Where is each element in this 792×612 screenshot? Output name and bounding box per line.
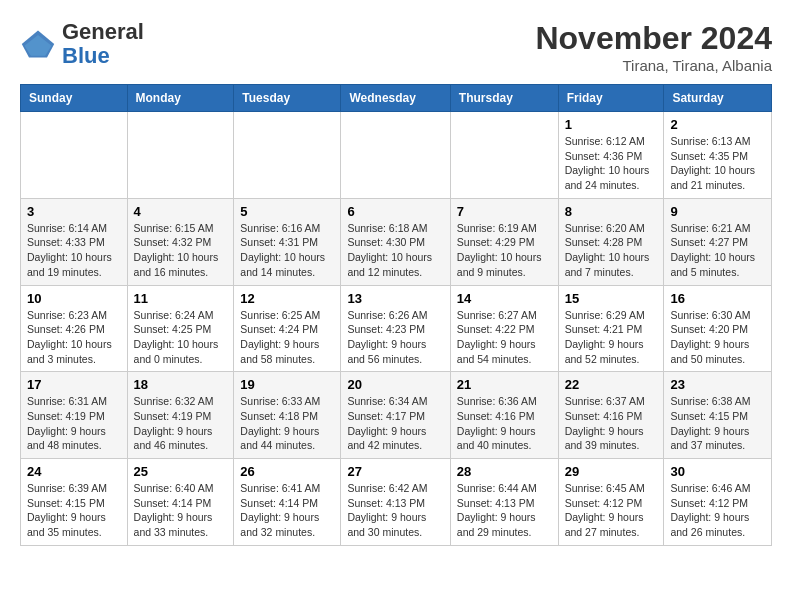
calendar-cell: 9Sunrise: 6:21 AM Sunset: 4:27 PM Daylig… (664, 198, 772, 285)
col-header-saturday: Saturday (664, 85, 772, 112)
month-title: November 2024 (535, 20, 772, 57)
day-number: 23 (670, 377, 765, 392)
day-info: Sunrise: 6:33 AM Sunset: 4:18 PM Dayligh… (240, 394, 334, 453)
calendar-week-row: 1Sunrise: 6:12 AM Sunset: 4:36 PM Daylig… (21, 112, 772, 199)
calendar-cell: 26Sunrise: 6:41 AM Sunset: 4:14 PM Dayli… (234, 459, 341, 546)
title-area: November 2024 Tirana, Tirana, Albania (535, 20, 772, 74)
calendar-cell: 16Sunrise: 6:30 AM Sunset: 4:20 PM Dayli… (664, 285, 772, 372)
calendar-cell: 18Sunrise: 6:32 AM Sunset: 4:19 PM Dayli… (127, 372, 234, 459)
col-header-thursday: Thursday (450, 85, 558, 112)
calendar-cell: 11Sunrise: 6:24 AM Sunset: 4:25 PM Dayli… (127, 285, 234, 372)
calendar-cell: 21Sunrise: 6:36 AM Sunset: 4:16 PM Dayli… (450, 372, 558, 459)
day-number: 20 (347, 377, 443, 392)
col-header-wednesday: Wednesday (341, 85, 450, 112)
day-info: Sunrise: 6:41 AM Sunset: 4:14 PM Dayligh… (240, 481, 334, 540)
day-number: 1 (565, 117, 658, 132)
calendar-cell: 2Sunrise: 6:13 AM Sunset: 4:35 PM Daylig… (664, 112, 772, 199)
day-info: Sunrise: 6:34 AM Sunset: 4:17 PM Dayligh… (347, 394, 443, 453)
calendar-cell: 10Sunrise: 6:23 AM Sunset: 4:26 PM Dayli… (21, 285, 128, 372)
day-info: Sunrise: 6:39 AM Sunset: 4:15 PM Dayligh… (27, 481, 121, 540)
calendar-cell: 23Sunrise: 6:38 AM Sunset: 4:15 PM Dayli… (664, 372, 772, 459)
day-info: Sunrise: 6:23 AM Sunset: 4:26 PM Dayligh… (27, 308, 121, 367)
calendar-cell: 28Sunrise: 6:44 AM Sunset: 4:13 PM Dayli… (450, 459, 558, 546)
col-header-friday: Friday (558, 85, 664, 112)
day-number: 14 (457, 291, 552, 306)
day-info: Sunrise: 6:37 AM Sunset: 4:16 PM Dayligh… (565, 394, 658, 453)
day-number: 11 (134, 291, 228, 306)
calendar-cell: 29Sunrise: 6:45 AM Sunset: 4:12 PM Dayli… (558, 459, 664, 546)
calendar-cell: 30Sunrise: 6:46 AM Sunset: 4:12 PM Dayli… (664, 459, 772, 546)
col-header-sunday: Sunday (21, 85, 128, 112)
day-number: 9 (670, 204, 765, 219)
day-number: 28 (457, 464, 552, 479)
calendar-cell (21, 112, 128, 199)
location: Tirana, Tirana, Albania (535, 57, 772, 74)
day-number: 17 (27, 377, 121, 392)
logo: General Blue (20, 20, 144, 68)
day-info: Sunrise: 6:14 AM Sunset: 4:33 PM Dayligh… (27, 221, 121, 280)
day-number: 5 (240, 204, 334, 219)
calendar-cell: 25Sunrise: 6:40 AM Sunset: 4:14 PM Dayli… (127, 459, 234, 546)
day-number: 30 (670, 464, 765, 479)
day-info: Sunrise: 6:40 AM Sunset: 4:14 PM Dayligh… (134, 481, 228, 540)
day-number: 16 (670, 291, 765, 306)
day-info: Sunrise: 6:30 AM Sunset: 4:20 PM Dayligh… (670, 308, 765, 367)
calendar-cell: 22Sunrise: 6:37 AM Sunset: 4:16 PM Dayli… (558, 372, 664, 459)
day-info: Sunrise: 6:31 AM Sunset: 4:19 PM Dayligh… (27, 394, 121, 453)
day-number: 18 (134, 377, 228, 392)
col-header-monday: Monday (127, 85, 234, 112)
day-number: 21 (457, 377, 552, 392)
logo-icon (20, 26, 56, 62)
day-number: 3 (27, 204, 121, 219)
calendar-cell (127, 112, 234, 199)
day-info: Sunrise: 6:32 AM Sunset: 4:19 PM Dayligh… (134, 394, 228, 453)
day-number: 8 (565, 204, 658, 219)
day-number: 6 (347, 204, 443, 219)
calendar-cell: 24Sunrise: 6:39 AM Sunset: 4:15 PM Dayli… (21, 459, 128, 546)
day-info: Sunrise: 6:12 AM Sunset: 4:36 PM Dayligh… (565, 134, 658, 193)
calendar-week-row: 17Sunrise: 6:31 AM Sunset: 4:19 PM Dayli… (21, 372, 772, 459)
day-number: 22 (565, 377, 658, 392)
day-number: 10 (27, 291, 121, 306)
calendar-header-row: SundayMondayTuesdayWednesdayThursdayFrid… (21, 85, 772, 112)
day-info: Sunrise: 6:42 AM Sunset: 4:13 PM Dayligh… (347, 481, 443, 540)
calendar-cell: 8Sunrise: 6:20 AM Sunset: 4:28 PM Daylig… (558, 198, 664, 285)
day-info: Sunrise: 6:16 AM Sunset: 4:31 PM Dayligh… (240, 221, 334, 280)
day-number: 2 (670, 117, 765, 132)
day-number: 26 (240, 464, 334, 479)
day-info: Sunrise: 6:27 AM Sunset: 4:22 PM Dayligh… (457, 308, 552, 367)
calendar-cell: 15Sunrise: 6:29 AM Sunset: 4:21 PM Dayli… (558, 285, 664, 372)
calendar-cell: 1Sunrise: 6:12 AM Sunset: 4:36 PM Daylig… (558, 112, 664, 199)
day-info: Sunrise: 6:46 AM Sunset: 4:12 PM Dayligh… (670, 481, 765, 540)
logo-blue: Blue (62, 43, 110, 68)
day-info: Sunrise: 6:25 AM Sunset: 4:24 PM Dayligh… (240, 308, 334, 367)
col-header-tuesday: Tuesday (234, 85, 341, 112)
day-info: Sunrise: 6:15 AM Sunset: 4:32 PM Dayligh… (134, 221, 228, 280)
page-header: General Blue November 2024 Tirana, Tiran… (20, 20, 772, 74)
day-number: 19 (240, 377, 334, 392)
day-number: 27 (347, 464, 443, 479)
calendar-cell: 12Sunrise: 6:25 AM Sunset: 4:24 PM Dayli… (234, 285, 341, 372)
calendar-cell: 20Sunrise: 6:34 AM Sunset: 4:17 PM Dayli… (341, 372, 450, 459)
day-info: Sunrise: 6:24 AM Sunset: 4:25 PM Dayligh… (134, 308, 228, 367)
day-info: Sunrise: 6:38 AM Sunset: 4:15 PM Dayligh… (670, 394, 765, 453)
day-info: Sunrise: 6:26 AM Sunset: 4:23 PM Dayligh… (347, 308, 443, 367)
day-info: Sunrise: 6:21 AM Sunset: 4:27 PM Dayligh… (670, 221, 765, 280)
day-info: Sunrise: 6:20 AM Sunset: 4:28 PM Dayligh… (565, 221, 658, 280)
logo-text: General Blue (62, 20, 144, 68)
calendar-cell (450, 112, 558, 199)
calendar-cell: 7Sunrise: 6:19 AM Sunset: 4:29 PM Daylig… (450, 198, 558, 285)
calendar-cell: 14Sunrise: 6:27 AM Sunset: 4:22 PM Dayli… (450, 285, 558, 372)
day-info: Sunrise: 6:44 AM Sunset: 4:13 PM Dayligh… (457, 481, 552, 540)
calendar-cell: 3Sunrise: 6:14 AM Sunset: 4:33 PM Daylig… (21, 198, 128, 285)
calendar-cell: 17Sunrise: 6:31 AM Sunset: 4:19 PM Dayli… (21, 372, 128, 459)
day-info: Sunrise: 6:18 AM Sunset: 4:30 PM Dayligh… (347, 221, 443, 280)
calendar-cell: 19Sunrise: 6:33 AM Sunset: 4:18 PM Dayli… (234, 372, 341, 459)
day-info: Sunrise: 6:29 AM Sunset: 4:21 PM Dayligh… (565, 308, 658, 367)
calendar-table: SundayMondayTuesdayWednesdayThursdayFrid… (20, 84, 772, 546)
calendar-week-row: 3Sunrise: 6:14 AM Sunset: 4:33 PM Daylig… (21, 198, 772, 285)
day-info: Sunrise: 6:19 AM Sunset: 4:29 PM Dayligh… (457, 221, 552, 280)
day-info: Sunrise: 6:36 AM Sunset: 4:16 PM Dayligh… (457, 394, 552, 453)
calendar-cell: 4Sunrise: 6:15 AM Sunset: 4:32 PM Daylig… (127, 198, 234, 285)
calendar-cell (234, 112, 341, 199)
